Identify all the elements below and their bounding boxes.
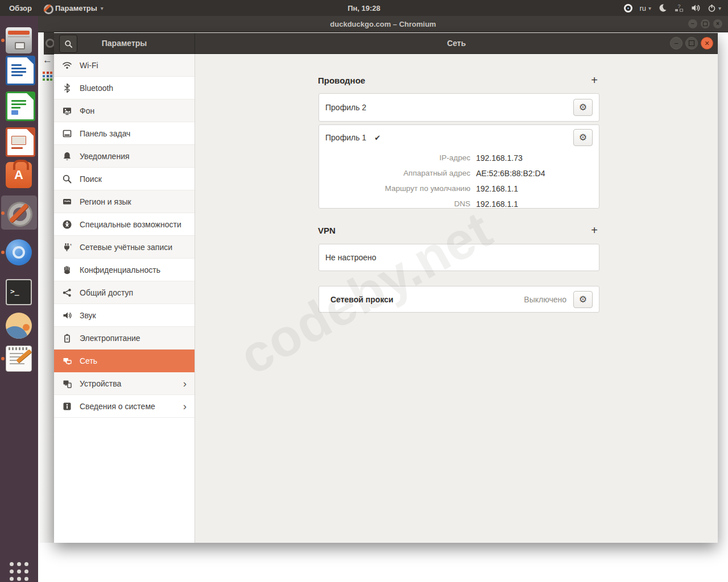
- keyboard-layout-indicator[interactable]: ru ▾: [639, 4, 651, 13]
- proxy-title: Сетевой прокси: [330, 295, 394, 304]
- dock-item-photos[interactable]: [6, 313, 32, 339]
- dock-item-terminal[interactable]: >_: [6, 279, 32, 305]
- chromium-window-edge[interactable]: ←: [38, 32, 54, 543]
- gear-icon: ⚙: [579, 103, 587, 112]
- sidebar-item-dock[interactable]: Панель задач: [54, 122, 195, 145]
- dock-item-settings[interactable]: [6, 200, 32, 226]
- detail-value: 192.168.1.73: [476, 153, 523, 163]
- show-applications-button[interactable]: [8, 560, 30, 582]
- libreoffice-calc-icon: [6, 92, 35, 121]
- proxy-card[interactable]: Сетевой прокси Выключено ⚙: [318, 286, 599, 313]
- clock[interactable]: Пн, 19:28: [0, 4, 728, 13]
- vpn-section-header: VPN +: [318, 225, 600, 236]
- dock-item-libreoffice-calc[interactable]: [6, 92, 32, 118]
- sharing-icon: [62, 288, 72, 298]
- system-menu[interactable]: ▾: [708, 4, 721, 13]
- detail-row: DNS 192.168.1.1: [319, 196, 599, 211]
- sidebar-item-label: Фон: [80, 106, 94, 115]
- chromium-minimize-button[interactable]: −: [688, 19, 697, 28]
- chromium-maximize-button[interactable]: [701, 19, 710, 28]
- close-button[interactable]: ×: [701, 37, 713, 49]
- sidebar-item-network[interactable]: Сеть: [54, 350, 195, 372]
- chevron-down-icon: ▾: [101, 5, 104, 11]
- dock-item-libreoffice-impress[interactable]: [6, 127, 32, 153]
- dock-item-chromium[interactable]: [6, 239, 32, 265]
- chromium-close-button[interactable]: ×: [713, 19, 722, 28]
- sidebar-item-label: Конфиденциальность: [80, 265, 160, 275]
- app-menu[interactable]: Параметры ▾: [43, 4, 104, 13]
- sidebar-item-label: Общий доступ: [80, 288, 133, 297]
- chromium-titlebar[interactable]: duckduckgo.com – Chromium − ×: [38, 16, 728, 32]
- chromium-toolbar-fragment: [44, 32, 54, 55]
- chromium-page-bottom: [38, 543, 728, 582]
- gear-icon: ⚙: [579, 133, 587, 142]
- sidebar-item-about[interactable]: Сведения о системе ›: [54, 395, 195, 418]
- dock-item-ubuntu-software[interactable]: A: [6, 162, 32, 188]
- favicon-icon: [46, 39, 55, 48]
- sidebar-item-wifi[interactable]: Wi-Fi: [54, 54, 195, 77]
- vpn-card[interactable]: Не настроено: [318, 244, 599, 271]
- night-light-moon-icon[interactable]: [658, 3, 667, 13]
- bluetooth-icon: [62, 83, 72, 93]
- settings-sidebar: Wi-Fi Bluetooth Фон: [54, 54, 195, 543]
- network-unknown-icon[interactable]: ?: [674, 3, 684, 13]
- sidebar-item-devices[interactable]: Устройства ›: [54, 372, 195, 395]
- sidebar-item-sharing[interactable]: Общий доступ: [54, 281, 195, 304]
- sidebar-item-notifications[interactable]: Уведомления: [54, 145, 195, 168]
- page-content-fragment: [43, 72, 53, 81]
- screen-record-indicator-icon[interactable]: [624, 4, 632, 13]
- wired-section-title: Проводное: [318, 76, 365, 85]
- profile-settings-button[interactable]: ⚙: [573, 99, 593, 116]
- sidebar-item-online-accounts[interactable]: s Сетевые учётные записи: [54, 236, 195, 259]
- maximize-button[interactable]: [685, 37, 698, 49]
- sidebar-item-power[interactable]: Электропитание: [54, 327, 195, 350]
- profile-name: Профиль 1: [325, 133, 366, 142]
- libreoffice-writer-icon: [6, 56, 35, 85]
- vpn-status: Не настроено: [325, 253, 377, 262]
- sidebar-item-label: Сетевые учётные записи: [80, 243, 172, 252]
- chromium-icon: [6, 239, 32, 265]
- app-menu-label: Параметры: [55, 4, 97, 13]
- running-indicator: [1, 39, 5, 42]
- sidebar-item-search[interactable]: Поиск: [54, 168, 195, 190]
- activities-button[interactable]: Обзор: [9, 4, 32, 13]
- photos-icon: [6, 313, 32, 339]
- add-wired-profile-button[interactable]: +: [589, 74, 600, 86]
- proxy-settings-button[interactable]: ⚙: [573, 291, 593, 308]
- minimize-button[interactable]: −: [670, 37, 682, 49]
- dock-item-libreoffice-writer[interactable]: [6, 56, 32, 82]
- running-indicator: [1, 251, 5, 254]
- wired-profile-2-card[interactable]: Профиль 2 ⚙: [318, 93, 599, 122]
- gear-icon: ⚙: [579, 295, 587, 304]
- window-header[interactable]: Параметры Сеть − ×: [54, 33, 718, 54]
- text-editor-icon: [6, 346, 32, 372]
- sidebar-item-bluetooth[interactable]: Bluetooth: [54, 77, 195, 99]
- sidebar-item-label: Wi-Fi: [80, 61, 98, 70]
- dock-panel-icon: [62, 128, 72, 139]
- chevron-down-icon: ▾: [718, 5, 721, 11]
- chromium-title: duckduckgo.com – Chromium: [330, 20, 436, 28]
- proxy-status: Выключено: [524, 295, 566, 304]
- sidebar-item-sound[interactable]: Звук: [54, 304, 195, 327]
- back-arrow-icon[interactable]: ←: [43, 55, 52, 66]
- sidebar-item-region-language[interactable]: Регион и язык: [54, 190, 195, 213]
- wired-profile-1-card[interactable]: Профиль 1 ✔ ⚙ IP-адрес 192.168.1.73 Аппа…: [318, 124, 599, 209]
- accessibility-icon: [62, 219, 72, 230]
- sidebar-item-label: Устройства: [80, 379, 121, 388]
- add-vpn-button[interactable]: +: [589, 225, 600, 236]
- volume-icon[interactable]: [691, 3, 701, 13]
- sidebar-item-label: Регион и язык: [80, 197, 131, 206]
- dock-item-files[interactable]: [6, 27, 32, 53]
- sidebar-item-background[interactable]: Фон: [54, 99, 195, 122]
- region-language-icon: [62, 197, 72, 207]
- terminal-icon: >_: [6, 279, 32, 305]
- chevron-down-icon: ▾: [648, 5, 651, 11]
- active-check-icon: ✔: [374, 134, 380, 142]
- privacy-icon: [62, 265, 72, 275]
- dock-item-text-editor[interactable]: [6, 346, 32, 372]
- sidebar-item-privacy[interactable]: Конфиденциальность: [54, 259, 195, 281]
- sidebar-item-accessibility[interactable]: Специальные возможности: [54, 213, 195, 236]
- search-icon: [64, 40, 73, 48]
- profile-settings-button[interactable]: ⚙: [573, 129, 593, 146]
- search-button[interactable]: [59, 35, 77, 53]
